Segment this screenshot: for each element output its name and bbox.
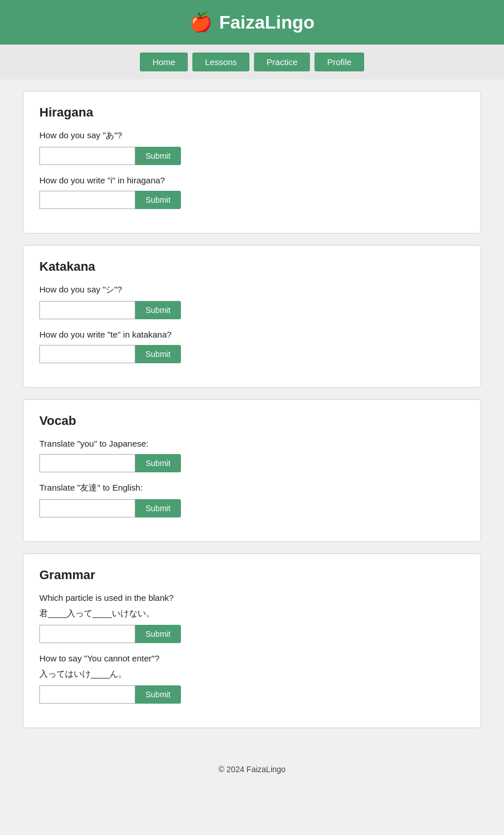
app-logo: 🍎 (189, 11, 212, 33)
grammar-q2-input-row: Submit (39, 685, 465, 704)
hiragana-q2-input-row: Submit (39, 191, 465, 209)
hiragana-q1-input[interactable] (39, 147, 135, 165)
vocab-q2-input[interactable] (39, 499, 135, 517)
vocab-question-1: Translate "you" to Japanese: Submit (39, 439, 465, 472)
vocab-q1-text: Translate "you" to Japanese: (39, 439, 465, 448)
vocab-q1-input-row: Submit (39, 454, 465, 472)
katakana-question-2: How do you write "te" in katakana? Submi… (39, 330, 465, 363)
vocab-q1-input[interactable] (39, 454, 135, 472)
katakana-q1-input[interactable] (39, 301, 135, 319)
hiragana-q1-input-row: Submit (39, 147, 465, 165)
grammar-section: Grammar Which particle is used in the bl… (23, 553, 481, 728)
vocab-q2-submit[interactable]: Submit (135, 499, 181, 517)
hiragana-q2-submit[interactable]: Submit (135, 191, 181, 209)
grammar-q2-submit[interactable]: Submit (135, 685, 181, 704)
katakana-q2-input[interactable] (39, 345, 135, 363)
vocab-q2-input-row: Submit (39, 499, 465, 517)
grammar-q1-submit[interactable]: Submit (135, 625, 181, 643)
main-content: Hiragana How do you say "あ"? Submit How … (0, 79, 504, 740)
vocab-title: Vocab (39, 414, 465, 428)
grammar-q1-sub: 君____入って____いけない。 (39, 608, 465, 619)
vocab-question-2: Translate "友達" to English: Submit (39, 483, 465, 517)
katakana-q1-input-row: Submit (39, 301, 465, 319)
grammar-q1-input-row: Submit (39, 625, 465, 643)
grammar-q1-text: Which particle is used in the blank? (39, 593, 465, 603)
katakana-q2-input-row: Submit (39, 345, 465, 363)
page-footer: © 2024 FaizaLingo (0, 751, 504, 788)
katakana-question-1: How do you say "シ"? Submit (39, 284, 465, 319)
vocab-section: Vocab Translate "you" to Japanese: Submi… (23, 399, 481, 542)
hiragana-q1-text: How do you say "あ"? (39, 130, 465, 141)
hiragana-question-2: How do you write "i" in hiragana? Submit (39, 175, 465, 209)
grammar-q2-sub: 入ってはいけ____ん。 (39, 669, 465, 680)
hiragana-title: Hiragana (39, 105, 465, 120)
katakana-section: Katakana How do you say "シ"? Submit How … (23, 245, 481, 388)
grammar-question-1: Which particle is used in the blank? 君__… (39, 593, 465, 643)
main-nav: Home Lessons Practice Profile (0, 45, 504, 79)
hiragana-section: Hiragana How do you say "あ"? Submit How … (23, 91, 481, 234)
grammar-q1-input[interactable] (39, 625, 135, 643)
katakana-q2-submit[interactable]: Submit (135, 345, 181, 363)
nav-home[interactable]: Home (140, 53, 188, 71)
hiragana-q1-submit[interactable]: Submit (135, 147, 181, 165)
app-title: FaizaLingo (219, 12, 315, 33)
grammar-title: Grammar (39, 568, 465, 583)
grammar-q2-text: How to say "You cannot enter"? (39, 653, 465, 663)
katakana-q1-submit[interactable]: Submit (135, 301, 181, 319)
nav-practice[interactable]: Practice (254, 53, 310, 71)
nav-lessons[interactable]: Lessons (192, 53, 249, 71)
grammar-q2-input[interactable] (39, 685, 135, 704)
nav-profile[interactable]: Profile (315, 53, 364, 71)
vocab-q1-submit[interactable]: Submit (135, 454, 181, 472)
katakana-q1-text: How do you say "シ"? (39, 284, 465, 295)
grammar-question-2: How to say "You cannot enter"? 入ってはいけ___… (39, 653, 465, 704)
hiragana-q2-text: How do you write "i" in hiragana? (39, 175, 465, 185)
katakana-title: Katakana (39, 259, 465, 274)
footer-text: © 2024 FaizaLingo (219, 765, 286, 774)
hiragana-q2-input[interactable] (39, 191, 135, 209)
katakana-q2-text: How do you write "te" in katakana? (39, 330, 465, 339)
app-header: 🍎 FaizaLingo (0, 0, 504, 45)
vocab-q2-text: Translate "友達" to English: (39, 483, 465, 493)
hiragana-question-1: How do you say "あ"? Submit (39, 130, 465, 165)
